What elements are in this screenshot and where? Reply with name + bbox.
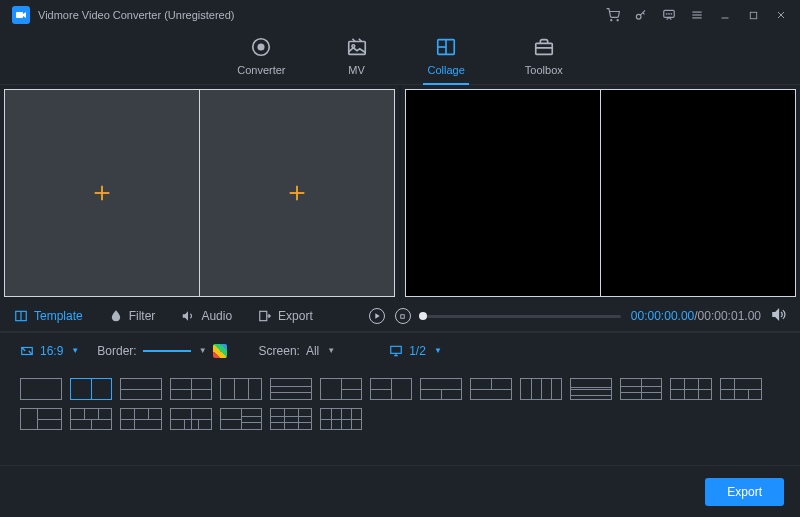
template-item[interactable] [720, 378, 762, 400]
page-option[interactable]: 1/2 ▼ [389, 344, 442, 358]
tab-audio[interactable]: Audio [181, 309, 232, 323]
workspace-tabbar: Template Filter Audio Export 00:00:00.00… [0, 301, 800, 331]
template-item[interactable] [120, 408, 162, 430]
app-title: Vidmore Video Converter (Unregistered) [38, 9, 234, 21]
svg-rect-29 [260, 311, 267, 320]
screen-label: Screen: [259, 344, 300, 358]
seek-thumb[interactable] [419, 312, 427, 320]
preview-slot-1 [405, 89, 601, 297]
tab-filter[interactable]: Filter [109, 309, 156, 323]
nav-converter-label: Converter [237, 64, 285, 76]
border-preview [143, 350, 191, 352]
template-item[interactable] [570, 378, 612, 400]
template-item[interactable] [170, 408, 212, 430]
tab-template[interactable]: Template [14, 309, 83, 323]
playback-controls: 00:00:00.00/00:00:01.00 [369, 307, 786, 325]
template-item[interactable] [220, 378, 262, 400]
feedback-icon[interactable] [662, 8, 676, 22]
page-value: 1/2 [409, 344, 426, 358]
svg-point-1 [611, 20, 612, 21]
aspect-ratio-value: 16:9 [40, 344, 63, 358]
aspect-ratio-select[interactable]: 16:9 ▼ [20, 344, 79, 358]
chevron-down-icon[interactable]: ▼ [327, 346, 335, 355]
template-item[interactable] [120, 378, 162, 400]
collage-icon [435, 36, 457, 58]
template-item[interactable] [470, 378, 512, 400]
tab-export[interactable]: Export [258, 309, 313, 323]
color-picker-button[interactable] [213, 344, 227, 358]
svg-point-16 [259, 44, 265, 50]
tab-filter-label: Filter [129, 309, 156, 323]
monitor-icon [389, 344, 403, 358]
add-icon [91, 182, 113, 204]
seek-bar[interactable] [421, 315, 621, 318]
chevron-down-icon[interactable]: ▼ [199, 346, 207, 355]
tab-audio-label: Audio [201, 309, 232, 323]
template-item[interactable] [170, 378, 212, 400]
svg-point-5 [666, 14, 667, 15]
template-grid [0, 368, 800, 440]
svg-rect-17 [348, 42, 365, 55]
play-button[interactable] [369, 308, 385, 324]
svg-point-3 [636, 14, 641, 19]
svg-rect-22 [536, 43, 553, 54]
toolbox-icon [533, 36, 555, 58]
export-icon [258, 309, 272, 323]
svg-point-7 [671, 14, 672, 15]
template-item[interactable] [70, 378, 112, 400]
svg-rect-30 [401, 314, 405, 318]
stop-button[interactable] [395, 308, 411, 324]
time-total: 00:00:01.00 [698, 309, 761, 323]
cart-icon[interactable] [606, 8, 620, 22]
nav-collage[interactable]: Collage [428, 36, 465, 76]
tab-template-label: Template [34, 309, 83, 323]
nav-converter[interactable]: Converter [237, 36, 285, 76]
menu-icon[interactable] [690, 8, 704, 22]
svg-rect-0 [16, 12, 23, 18]
titlebar: Vidmore Video Converter (Unregistered) [0, 0, 800, 30]
close-icon[interactable] [774, 8, 788, 22]
minimize-icon[interactable] [718, 8, 732, 22]
template-item[interactable] [20, 378, 62, 400]
template-item[interactable] [270, 378, 312, 400]
template-item[interactable] [320, 408, 362, 430]
template-options: 16:9 ▼ Border: ▼ Screen: All ▼ 1/2 ▼ [0, 332, 800, 368]
template-item[interactable] [270, 408, 312, 430]
top-nav: Converter MV Collage Toolbox [0, 30, 800, 84]
preview-slot-2 [601, 89, 796, 297]
volume-icon[interactable] [771, 307, 786, 325]
aspect-icon [20, 344, 34, 358]
nav-toolbox-label: Toolbox [525, 64, 563, 76]
tab-export-label: Export [278, 309, 313, 323]
collage-slot-2[interactable] [200, 89, 395, 297]
template-item[interactable] [520, 378, 562, 400]
nav-mv[interactable]: MV [346, 36, 368, 76]
mv-icon [346, 36, 368, 58]
screen-value[interactable]: All [306, 344, 319, 358]
svg-rect-32 [391, 346, 402, 353]
border-option: Border: ▼ [97, 344, 226, 358]
key-icon[interactable] [634, 8, 648, 22]
template-item[interactable] [20, 408, 62, 430]
template-item[interactable] [220, 408, 262, 430]
time-display: 00:00:00.00/00:00:01.00 [631, 309, 761, 323]
template-item[interactable] [620, 378, 662, 400]
nav-toolbox[interactable]: Toolbox [525, 36, 563, 76]
template-item[interactable] [320, 378, 362, 400]
nav-collage-label: Collage [428, 64, 465, 76]
svg-point-2 [617, 20, 618, 21]
svg-rect-12 [750, 12, 756, 18]
nav-mv-label: MV [348, 64, 365, 76]
template-item[interactable] [370, 378, 412, 400]
export-button[interactable]: Export [705, 478, 784, 506]
maximize-icon[interactable] [746, 8, 760, 22]
svg-point-6 [669, 14, 670, 15]
template-item[interactable] [420, 378, 462, 400]
template-item[interactable] [70, 408, 112, 430]
chevron-down-icon: ▼ [71, 346, 79, 355]
chevron-down-icon: ▼ [434, 346, 442, 355]
collage-slot-1[interactable] [4, 89, 200, 297]
title-right [606, 8, 788, 22]
add-icon [286, 182, 308, 204]
template-item[interactable] [670, 378, 712, 400]
